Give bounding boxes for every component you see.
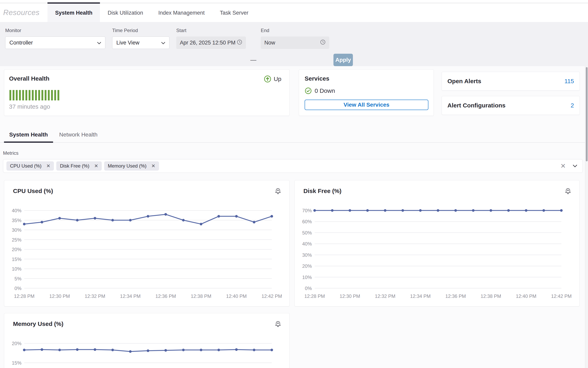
memory-chart-title: Memory Used (%) <box>13 321 63 327</box>
svg-text:12:38 PM: 12:38 PM <box>481 294 501 299</box>
svg-text:40%: 40% <box>12 208 21 213</box>
remove-chip-icon[interactable]: ✕ <box>94 163 98 169</box>
up-arrow-icon <box>264 75 271 83</box>
health-bar <box>54 90 56 101</box>
cpu-chart-title: CPU Used (%) <box>13 188 53 194</box>
health-bar <box>22 90 24 101</box>
health-bar <box>29 90 30 101</box>
health-bar <box>38 90 40 101</box>
svg-text:20%: 20% <box>12 247 21 252</box>
top-navigation: Resources System Health Disk Utilization… <box>0 0 588 22</box>
last-updated-text: 37 minutes ago <box>9 103 285 110</box>
alert-configurations-title: Alert Configurations <box>447 102 506 109</box>
time-period-select[interactable]: Live View <box>112 37 169 49</box>
svg-text:12:40 PM: 12:40 PM <box>226 294 247 299</box>
chevron-down-icon[interactable] <box>573 165 577 167</box>
svg-text:12:30 PM: 12:30 PM <box>340 294 360 299</box>
svg-text:12:36 PM: 12:36 PM <box>445 294 466 299</box>
svg-text:50%: 50% <box>302 230 312 236</box>
health-bar <box>41 90 43 101</box>
subtab-network-health[interactable]: Network Health <box>54 128 103 142</box>
charts-row-2: Memory Used (%) 20%15%10%5%0%12:28 PM12:… <box>0 306 588 368</box>
open-alerts-card[interactable]: Open Alerts 115 <box>442 72 580 91</box>
svg-text:25%: 25% <box>12 237 21 242</box>
summary-cards-row: Overall Health Up 37 minutes ago Service… <box>0 66 588 116</box>
view-all-services-button[interactable]: View All Services <box>305 100 428 110</box>
remove-chip-icon[interactable]: ✕ <box>151 163 155 169</box>
check-circle-icon <box>305 87 312 94</box>
clear-all-icon[interactable]: ✕ <box>560 162 566 170</box>
svg-text:0%: 0% <box>14 286 21 291</box>
metrics-multiselect[interactable]: CPU Used (%) ✕ Disk Free (%) ✕ Memory Us… <box>3 159 583 173</box>
services-down-status: 0 Down <box>305 87 428 94</box>
metric-chip-disk: Disk Free (%) ✕ <box>56 161 102 171</box>
alert-configurations-card[interactable]: Alert Configurations 2 <box>442 96 580 115</box>
svg-text:12:42 PM: 12:42 PM <box>262 294 282 299</box>
remove-chip-icon[interactable]: ✕ <box>46 163 50 169</box>
svg-text:30%: 30% <box>12 227 21 233</box>
resources-page: Resources System Health Disk Utilization… <box>0 0 588 368</box>
end-label: End <box>261 28 329 33</box>
date-range-separator: — <box>250 54 256 66</box>
svg-text:12:32 PM: 12:32 PM <box>375 294 396 299</box>
tab-task-server[interactable]: Task Server <box>212 2 256 22</box>
health-bar <box>35 90 37 101</box>
svg-text:12:34 PM: 12:34 PM <box>410 294 431 299</box>
svg-text:12:32 PM: 12:32 PM <box>85 294 105 299</box>
health-bars <box>9 90 285 101</box>
charts-row-1: CPU Used (%) 40%35%30%25%20%15%10%5%0%12… <box>0 173 588 306</box>
svg-text:12:30 PM: 12:30 PM <box>49 294 70 299</box>
services-card: Services 0 Down View All Services <box>299 69 434 116</box>
svg-text:12:40 PM: 12:40 PM <box>516 294 536 299</box>
open-alerts-count[interactable]: 115 <box>564 78 574 85</box>
filter-bar: Monitor Controller Time Period Live View… <box>0 22 588 66</box>
monitor-label: Monitor <box>5 28 105 33</box>
apply-button[interactable]: Apply <box>333 54 353 66</box>
svg-text:0%: 0% <box>305 286 312 291</box>
health-bar <box>32 90 34 101</box>
svg-text:60%: 60% <box>302 219 312 224</box>
tab-index-management[interactable]: Index Management <box>151 2 212 22</box>
health-bar <box>16 90 18 101</box>
svg-text:12:28 PM: 12:28 PM <box>304 294 325 299</box>
svg-text:40%: 40% <box>302 241 312 247</box>
health-bar <box>13 90 14 101</box>
scrollbar-thumb[interactable] <box>586 67 588 161</box>
status-badge: Up <box>264 75 281 83</box>
disk-free-chart-card: Disk Free (%) 70%60%50%40%30%20%10%0%12:… <box>294 180 579 306</box>
clock-icon <box>320 39 326 46</box>
svg-text:10%: 10% <box>302 275 312 280</box>
health-bar <box>19 90 21 101</box>
health-subtabs: System Health Network Health <box>0 128 588 143</box>
health-bar <box>57 90 59 101</box>
svg-text:30%: 30% <box>302 252 312 258</box>
add-alert-bell-icon[interactable] <box>565 188 571 196</box>
overall-health-card: Overall Health Up 37 minutes ago <box>4 69 290 116</box>
vertical-scrollbar[interactable] <box>585 66 588 368</box>
metric-chip-memory: Memory Used (%) ✕ <box>104 161 159 171</box>
disk-free-line-chart: 70%60%50%40%30%20%10%0%12:28 PM12:30 PM1… <box>299 196 575 306</box>
metrics-label: Metrics <box>3 150 588 156</box>
subtab-system-health[interactable]: System Health <box>4 128 53 142</box>
svg-text:20%: 20% <box>302 263 312 269</box>
svg-text:35%: 35% <box>12 218 21 223</box>
memory-used-line-chart: 20%15%10%5%0%12:28 PM12:30 PM12:32 PM12:… <box>9 329 285 368</box>
start-datetime-input[interactable]: Apr 26, 2025 12:50 PM <box>176 37 246 49</box>
add-alert-bell-icon[interactable] <box>275 188 281 196</box>
chevron-down-icon <box>97 40 101 46</box>
disk-chart-title: Disk Free (%) <box>303 188 341 194</box>
add-alert-bell-icon[interactable] <box>275 321 281 329</box>
alert-configurations-count[interactable]: 2 <box>570 102 574 109</box>
open-alerts-title: Open Alerts <box>447 78 481 85</box>
monitor-select[interactable]: Controller <box>5 37 105 49</box>
svg-text:15%: 15% <box>12 257 21 262</box>
alerts-column: Open Alerts 115 Alert Configurations 2 <box>442 69 580 116</box>
end-datetime-input[interactable]: Now <box>261 37 329 49</box>
page-title: Resources <box>0 3 47 22</box>
tab-system-health[interactable]: System Health <box>47 2 100 22</box>
svg-text:20%: 20% <box>12 341 21 346</box>
tab-disk-utilization[interactable]: Disk Utilization <box>100 2 151 22</box>
clock-icon <box>237 39 242 46</box>
memory-used-chart-card: Memory Used (%) 20%15%10%5%0%12:28 PM12:… <box>4 313 290 368</box>
svg-text:5%: 5% <box>14 276 21 281</box>
